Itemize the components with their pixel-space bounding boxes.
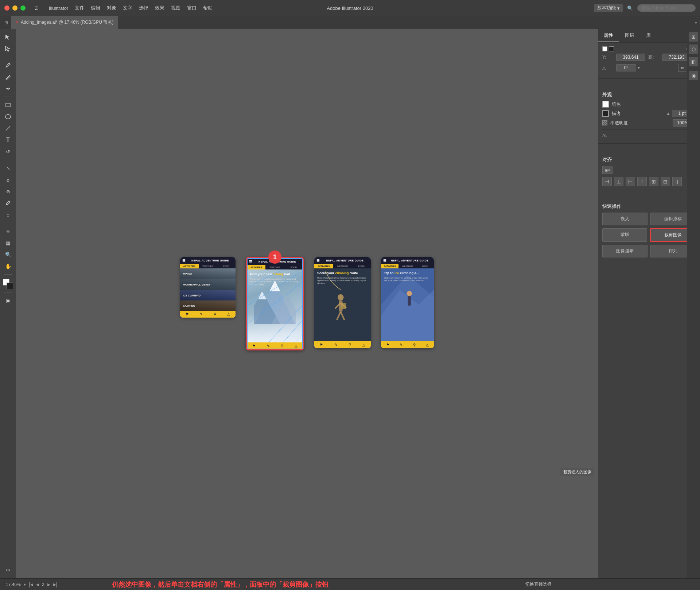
align-left-button[interactable]: ⊣ (602, 177, 612, 186)
image-trace-button[interactable]: 图像描摹 (602, 245, 648, 257)
pen-tool[interactable] (2, 60, 14, 70)
fill-swatch[interactable] (602, 101, 609, 108)
mk1-hiking-label: HIKING (183, 272, 192, 275)
pencil-tool[interactable] (2, 72, 14, 82)
mk2-nav-weather[interactable]: WEATHER (265, 265, 284, 269)
stroke-color[interactable] (7, 283, 13, 289)
y-input[interactable] (616, 54, 645, 61)
mini-panel-btn-2[interactable]: ⬡ (689, 44, 698, 54)
mk1-nav-weather[interactable]: WEATHER (199, 264, 217, 268)
mk1-nav-activities[interactable]: ACTIVITIES (180, 264, 199, 268)
mockup-1[interactable]: ☰ NEPAL ADVENTURE GUIDE ACTIVITIES WEATH… (180, 257, 236, 318)
instruction-bar: 17.46% ▾ |◂ ◂ 2 ▸ ▸| 仍然选中图像，然后单击文档右侧的「属性… (0, 578, 700, 590)
close-button[interactable] (4, 5, 9, 11)
mk3-nav: ACTIVITIES WEATHER FOOD (314, 264, 371, 268)
stroke-up-icon[interactable]: ▲ (666, 111, 670, 116)
menu-illustrator[interactable]: Illustrator (49, 5, 68, 11)
mini-panel-btn-4[interactable]: ◉ (689, 71, 698, 80)
scale-tool[interactable]: ⤡ (2, 163, 14, 173)
menu-effects[interactable]: 效果 (155, 5, 164, 11)
tab-library[interactable]: 库 (640, 29, 657, 42)
angle-input[interactable] (616, 64, 636, 71)
tab-properties[interactable]: 属性 (598, 29, 619, 42)
mk1-nav-food[interactable]: FOOD (217, 264, 236, 268)
align-center-h-button[interactable]: ⊥ (614, 177, 623, 186)
mk4-nav-activities[interactable]: ACTIVITIES (381, 264, 398, 268)
mk2-nav-food[interactable]: FOOD (284, 265, 303, 269)
menu-edit[interactable]: 编辑 (91, 5, 100, 11)
mk3-nav-food[interactable]: FOOD (352, 264, 371, 268)
more-tools[interactable]: ••• (2, 565, 14, 575)
menu-window[interactable]: 窗口 (187, 5, 197, 11)
workspace-switcher[interactable]: 基本功能 ▾ (594, 4, 623, 12)
mk3-nav-weather[interactable]: WEATHER (333, 264, 352, 268)
menu-object[interactable]: 对象 (107, 5, 116, 11)
type-tool[interactable]: T (2, 135, 14, 145)
reflect-tool[interactable]: ⊛ (2, 186, 14, 197)
warp-tool[interactable]: ⌀ (2, 175, 14, 185)
menu-text[interactable]: 文字 (123, 5, 132, 11)
eyedropper-tool[interactable] (2, 198, 14, 208)
tab-layers[interactable]: 图层 (619, 29, 640, 42)
zoom-tool[interactable]: 🔍 (2, 249, 14, 260)
selection-tool[interactable] (2, 32, 14, 42)
next-page-icon[interactable]: ▸| (53, 581, 58, 588)
align-target-button[interactable]: ▣▾ (602, 166, 612, 174)
rectangle-tool[interactable] (2, 100, 14, 110)
hand-tool[interactable]: ✋ (2, 261, 14, 271)
panel-collapse-icon[interactable]: » (692, 20, 700, 25)
symbol-sprayer-tool[interactable]: ☺ (2, 226, 14, 236)
menu-file[interactable]: 文件 (75, 5, 84, 11)
embed-button[interactable]: 嵌入 (602, 213, 648, 225)
align-center-v-button[interactable]: ⊞ (649, 177, 658, 186)
menu-help[interactable]: 帮助 (203, 5, 213, 11)
minimize-button[interactable] (12, 5, 18, 11)
tab-close-icon[interactable]: ✕ (15, 20, 19, 25)
menu-select[interactable]: 选择 (139, 5, 148, 11)
mk2-nav-activities[interactable]: XCTVITIES (247, 265, 265, 269)
left-toolbar-toggle[interactable]: ⊞ (1, 20, 11, 25)
mockup-3-wrapper: ☰ NEPAL ADVENTURE GUIDE ACTIVITIES WEATH… (314, 257, 371, 348)
align-bottom-button[interactable]: ⊟ (661, 177, 670, 186)
flip-h-button[interactable]: ⇔ (678, 64, 686, 72)
search-icon: 🔍 (627, 5, 633, 11)
mini-swatch-2[interactable] (609, 46, 614, 51)
fullscreen-button[interactable] (20, 5, 26, 11)
mk4-nav-weather[interactable]: WEATHER (398, 264, 416, 268)
mk4-icon-1: ⚑ (386, 343, 389, 347)
mockup-4[interactable]: ☰ NEPAL ADVENTURE GUIDE ACTIVITIES WEATH… (381, 257, 434, 348)
prev-page-icon[interactable]: |◂ (29, 581, 33, 588)
direct-selection-tool[interactable] (2, 44, 14, 54)
ellipse-tool[interactable] (2, 112, 14, 122)
line-tool[interactable] (2, 123, 14, 133)
document-tab[interactable]: ✕ Adding_Images.ai* @ 17.46% (RGB/GPU 预览… (11, 16, 118, 29)
zoom-dropdown[interactable]: ▾ (24, 582, 26, 587)
mockup-3[interactable]: ☰ NEPAL ADVENTURE GUIDE ACTIVITIES WEATH… (314, 257, 371, 348)
stroke-swatch[interactable] (602, 110, 609, 117)
column-graph-tool[interactable]: ▦ (2, 238, 14, 248)
angle-dropdown[interactable]: ▾ (638, 65, 640, 70)
paintbrush-tool[interactable]: ✒ (2, 84, 14, 94)
adobe-stock-search[interactable] (637, 4, 696, 12)
menu-view[interactable]: 视图 (171, 5, 180, 11)
fill-stroke-box[interactable] (3, 279, 13, 289)
step-back-icon[interactable]: ◂ (36, 581, 39, 588)
mk3-bottom-bar: ⚑ ✎ ⚲ △ (314, 341, 371, 348)
blend-tool[interactable]: ⌂ (2, 210, 14, 220)
opacity-swatch[interactable] (602, 120, 607, 125)
mockup-2[interactable]: ☰ NEPAL ADVENTURE GUIDE XCTVITIES WEATHE… (246, 257, 304, 350)
mk3-nav-activities[interactable]: ACTIVITIES (314, 264, 333, 268)
mk4-hero-title: Try an ice climbing e... (384, 271, 431, 275)
mask-button[interactable]: 蒙版 (602, 228, 647, 242)
change-screen-mode[interactable]: ▣ (2, 295, 14, 306)
mini-panel-btn-1[interactable]: ⊞ (689, 32, 698, 42)
rotate-tool[interactable]: ↺ (2, 147, 14, 157)
mk4-nav-food[interactable]: FOOD (416, 264, 434, 268)
mini-swatch-1[interactable] (602, 46, 607, 51)
align-right-button[interactable]: ⊢ (626, 177, 635, 186)
align-top-button[interactable]: ⊤ (637, 177, 647, 186)
distribute-h-button[interactable]: ⫿ (672, 177, 682, 186)
angle-label: △: (602, 65, 613, 70)
step-forward-icon[interactable]: ▸ (47, 581, 50, 588)
mini-panel-btn-3[interactable]: ◧ (689, 57, 698, 66)
